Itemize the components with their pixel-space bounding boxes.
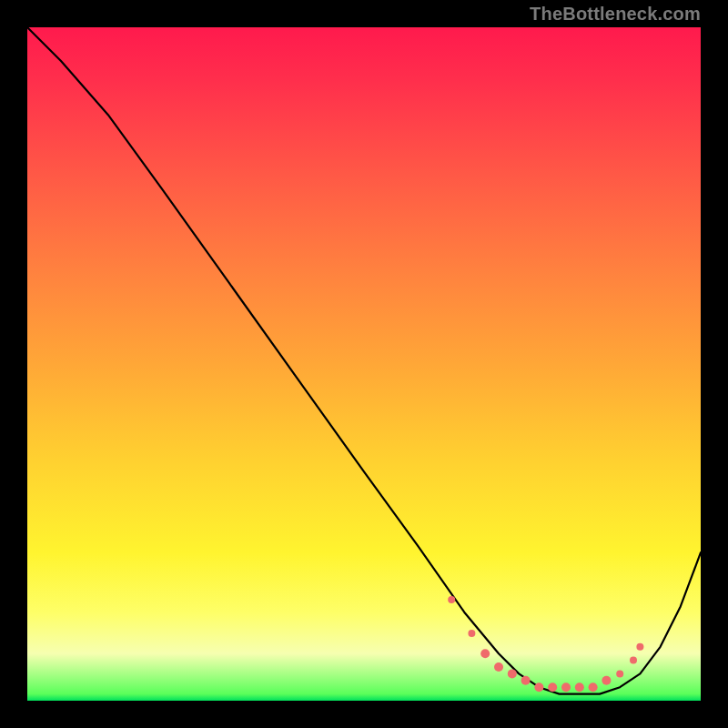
data-marker [630,657,637,664]
data-marker [521,676,531,685]
data-marker [448,596,455,603]
data-marker [494,662,503,672]
data-marker [508,669,517,678]
data-marker [602,676,611,685]
data-marker [575,682,584,692]
data-marker [589,682,598,692]
data-marker [636,643,643,651]
data-marker [480,649,490,658]
chart-svg [27,27,701,701]
data-marker [534,682,543,692]
marker-group [448,596,643,692]
data-marker [548,682,557,692]
data-marker [561,682,571,692]
plot-area [27,27,701,701]
chart-stage: TheBottleneck.com [0,0,728,728]
data-marker [468,630,475,637]
data-marker [616,670,623,677]
watermark-text: TheBottleneck.com [530,4,701,25]
curve-path [27,27,701,694]
